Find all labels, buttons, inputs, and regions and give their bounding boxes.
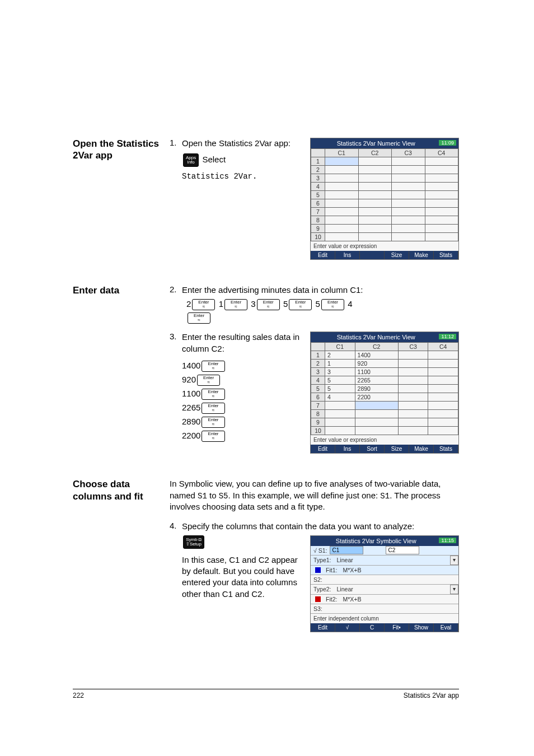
enter-key-icon: Enter≈ (192, 299, 215, 310)
enter-key-icon: Enter≈ (289, 299, 312, 310)
enter-key-icon: Enter≈ (202, 431, 224, 442)
step2-key-sequence: 2Enter≈ 1Enter≈ 3Enter≈ 5Enter≈ 5Enter≈ … (186, 299, 459, 310)
symbolic-view-screenshot: Statistics 2Var Symbolic View11:15 √ S1:… (310, 535, 459, 632)
numeric-view-filled-screenshot: Statistics 2Var Numeric View11:12 C1C2C3… (310, 332, 459, 454)
type1-dropdown[interactable]: ▾ (450, 556, 458, 565)
footer-label: Statistics 2Var app (404, 692, 459, 699)
enter-key-icon: Enter≈ (257, 299, 280, 310)
enter-key-icon: Enter≈ (188, 312, 210, 324)
choose-body-text: In Symbolic view, you can define up to f… (170, 478, 459, 512)
enter-key-icon: Enter≈ (224, 299, 247, 310)
step-number: 2. (170, 284, 182, 294)
enter-key-icon: Enter≈ (202, 361, 224, 372)
enter-key-icon: Enter≈ (321, 299, 344, 310)
step1-sub1: Select (202, 155, 226, 164)
fit2-color-icon (315, 596, 321, 602)
step1-text: Open the Statistics 2Var app: (182, 138, 300, 149)
heading-enter-data: Enter data (73, 284, 165, 296)
step3-key-sequence: 1400Enter≈ 920Enter≈ 1100Enter≈ 2265Ente… (182, 360, 300, 442)
enter-key-icon: Enter≈ (197, 375, 220, 386)
apps-key-icon: AppsInfo (183, 153, 199, 167)
step2-text: Enter the advertising minutes data in co… (182, 284, 459, 296)
step1-appname: Statistics 2Var (182, 172, 252, 181)
step-number: 3. (170, 332, 182, 341)
step4-subtext: In this case, C1 and C2 appear by defaul… (182, 554, 300, 600)
heading-choose-columns: Choose data columns and fit (73, 478, 165, 502)
enter-key-icon: Enter≈ (202, 403, 224, 414)
s1-col-a-input[interactable] (330, 546, 363, 554)
type2-dropdown[interactable]: ▾ (450, 585, 458, 594)
enter-key-icon: Enter≈ (202, 389, 224, 400)
heading-open-app: Open the Statistics 2Var app (73, 138, 165, 162)
step-number: 1. (170, 138, 182, 147)
numeric-view-empty-screenshot: Statistics 2Var Numeric View11:09 C1C2C3… (310, 138, 459, 260)
page-number: 222 (73, 692, 84, 699)
step3-text: Enter the resulting sales data in column… (182, 332, 300, 354)
s1-col-b-input[interactable] (386, 546, 419, 554)
enter-key-icon: Enter≈ (202, 417, 224, 428)
step1-sub3: . (252, 172, 257, 181)
step4-text: Specify the columns that contain the dat… (182, 521, 459, 532)
symb-key-icon: Symb ◘⇧Setup (183, 535, 204, 549)
fit1-color-icon (315, 567, 321, 573)
step-number: 4. (170, 521, 182, 530)
